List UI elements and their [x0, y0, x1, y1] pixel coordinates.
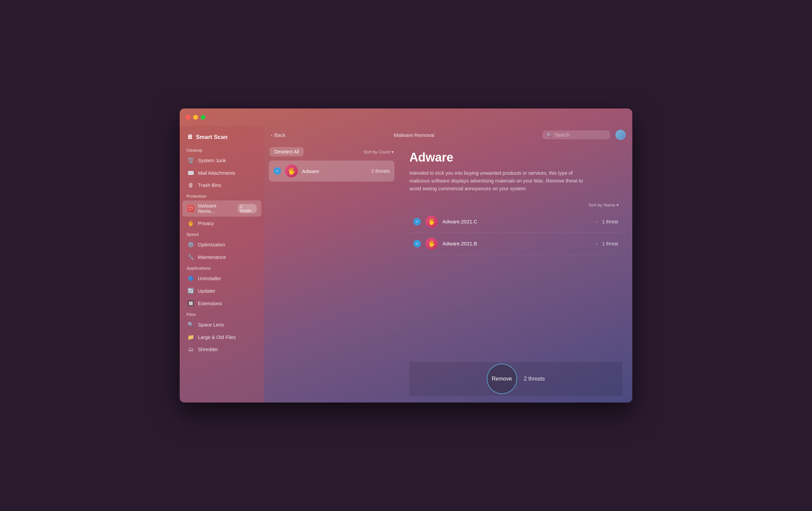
sidebar-item-system-junk[interactable]: 🗑️ System Junk	[182, 154, 261, 166]
shredder-icon: 🗂	[187, 346, 195, 352]
maintenance-icon: 🔧	[187, 254, 195, 260]
sidebar-item-label: Maintenance	[198, 254, 226, 260]
sidebar-item-label: Optimization	[198, 242, 225, 247]
section-label-files: Files	[180, 310, 264, 318]
sidebar-item-label: Shredder	[198, 347, 218, 352]
sidebar-item-label: Large & Old Files	[198, 335, 236, 340]
trash-icon: 🗑	[187, 182, 195, 188]
content-area: Deselect All Sort by Count ▾ ✓ 🖐 Adware …	[264, 144, 632, 403]
sidebar-item-extensions[interactable]: 🔲 Extensions	[182, 297, 261, 309]
sidebar-item-label: Space Lens	[198, 322, 224, 327]
detail-title: Adware	[409, 150, 622, 165]
check-icon: ✓	[413, 218, 421, 225]
sidebar-item-trash-bins[interactable]: 🗑 Trash Bins	[182, 179, 261, 191]
threat-count: 1 threat	[602, 219, 618, 224]
list-panel: Deselect All Sort by Count ▾ ✓ 🖐 Adware …	[264, 144, 399, 403]
detail-panel: Adware Intended to trick you into buying…	[399, 144, 632, 403]
mail-icon: ✉️	[187, 170, 195, 176]
sidebar: 🖥 Smart Scan Cleanup 🗑️ System Junk ✉️ M…	[180, 126, 264, 403]
large-files-icon: 📁	[187, 334, 195, 340]
uninstaller-icon: 🔷	[187, 275, 195, 282]
sidebar-item-privacy[interactable]: 🖐 Privacy	[182, 217, 261, 229]
sidebar-item-optimization[interactable]: ⚙️ Optimization	[182, 239, 261, 250]
bottom-bar: Remove 2 threats	[409, 362, 622, 396]
sidebar-item-updater[interactable]: 🔄 Updater	[182, 285, 261, 297]
optimization-icon: ⚙️	[187, 241, 195, 248]
malware-icon: 🛡	[187, 205, 195, 212]
title-bar	[180, 108, 632, 126]
sidebar-item-label: Trash Bins	[198, 182, 221, 188]
top-bar: ‹ Back Malware Removal 🔍	[264, 126, 632, 144]
system-junk-icon: 🗑️	[187, 157, 195, 164]
section-label-speed: Speed	[180, 229, 264, 238]
back-label: Back	[274, 132, 285, 138]
search-icon: 🔍	[547, 132, 552, 138]
search-box: 🔍	[542, 130, 610, 139]
threat-count: 1 threat	[602, 241, 618, 246]
chevron-right-icon: ›	[596, 241, 598, 246]
list-toolbar: Deselect All Sort by Count ▾	[269, 147, 395, 158]
sidebar-item-label: Malware Remo...	[198, 203, 234, 214]
threat-row-adware-2021-b[interactable]: ✓ 🖐 Adware.2021.B › 1 threat	[409, 233, 622, 255]
minimize-button[interactable]	[193, 115, 198, 120]
sidebar-item-label: Mail Attachments	[198, 170, 235, 176]
app-window: 🖥 Smart Scan Cleanup 🗑️ System Junk ✉️ M…	[180, 108, 632, 403]
threat-hand-icon: 🖐	[426, 238, 438, 250]
privacy-icon: 🖐	[187, 220, 195, 226]
sidebar-item-large-old-files[interactable]: 📁 Large & Old Files	[182, 331, 261, 343]
updater-icon: 🔄	[187, 288, 195, 294]
sort-by-count[interactable]: Sort by Count ▾	[363, 149, 394, 154]
remove-button[interactable]: Remove	[487, 364, 517, 394]
sidebar-item-malware-removal[interactable]: 🛡 Malware Remo... 2 threats	[182, 200, 261, 217]
threat-name: Adware.2021.C	[442, 219, 591, 224]
extensions-icon: 🔲	[187, 300, 195, 307]
sidebar-item-maintenance[interactable]: 🔧 Maintenance	[182, 251, 261, 263]
close-button[interactable]	[186, 115, 191, 120]
sidebar-item-label: System Junk	[198, 158, 226, 163]
main-content: ‹ Back Malware Removal 🔍 Deselect All So…	[264, 126, 632, 403]
check-icon: ✓	[413, 240, 421, 247]
maximize-button[interactable]	[201, 115, 205, 120]
threat-name: Adware.2021.B	[442, 241, 591, 246]
chevron-right-icon: ›	[596, 219, 598, 224]
threat-hand-icon: 🖐	[426, 216, 438, 228]
sidebar-item-label: Uninstaller	[198, 276, 221, 281]
sidebar-item-smart-scan[interactable]: 🖥 Smart Scan	[180, 130, 264, 145]
app-body: 🖥 Smart Scan Cleanup 🗑️ System Junk ✉️ M…	[180, 126, 632, 403]
monitor-icon: 🖥	[186, 133, 193, 141]
sidebar-item-space-lens[interactable]: 🔍 Space Lens	[182, 319, 261, 331]
section-label-applications: Applications	[180, 263, 264, 272]
sidebar-item-uninstaller[interactable]: 🔷 Uninstaller	[182, 272, 261, 284]
adware-label: Adware	[302, 168, 367, 174]
avatar[interactable]	[615, 130, 626, 140]
adware-threat-count: 2 threats	[372, 168, 390, 174]
space-lens-icon: 🔍	[187, 321, 195, 328]
sort-by-name[interactable]: Sort by Name ▾	[409, 202, 622, 208]
smart-scan-label: Smart Scan	[196, 134, 228, 141]
check-icon: ✓	[274, 167, 281, 175]
sidebar-item-label: Extensions	[198, 301, 222, 306]
deselect-all-button[interactable]: Deselect All	[270, 147, 304, 156]
sidebar-item-label: Updater	[198, 288, 215, 294]
page-title: Malware Removal	[291, 132, 537, 138]
sidebar-item-mail-attachments[interactable]: ✉️ Mail Attachments	[182, 167, 261, 179]
section-label-cleanup: Cleanup	[180, 145, 264, 154]
adware-icon: 🖐	[285, 165, 298, 177]
malware-badge: 2 threats	[238, 204, 257, 213]
section-label-protection: Protection	[180, 191, 264, 200]
chevron-left-icon: ‹	[271, 132, 273, 138]
list-item-adware[interactable]: ✓ 🖐 Adware 2 threats	[269, 161, 395, 181]
sidebar-item-label: Privacy	[198, 221, 214, 226]
traffic-lights	[186, 115, 205, 120]
threats-summary: 2 threats	[524, 376, 545, 382]
detail-description: Intended to trick you into buying unwant…	[409, 169, 592, 193]
sidebar-item-shredder[interactable]: 🗂 Shredder	[182, 344, 261, 355]
back-button[interactable]: ‹ Back	[271, 132, 285, 138]
search-input[interactable]	[555, 132, 602, 138]
threat-row-adware-2021-c[interactable]: ✓ 🖐 Adware.2021.C › 1 threat	[409, 211, 622, 233]
